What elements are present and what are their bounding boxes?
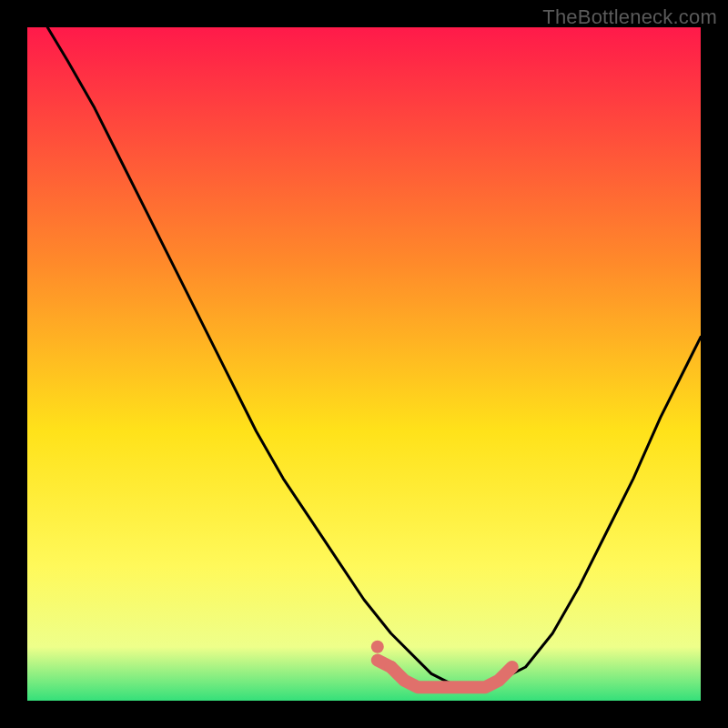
marker-dot-1 [385,661,398,673]
curve-layer [27,27,701,701]
watermark-text: TheBottleneck.com [542,5,717,29]
marker-dot-0 [371,641,384,653]
bottleneck-curve [47,27,701,687]
chart-stage: TheBottleneck.com [0,0,728,728]
plot-area [27,27,701,701]
curve-path [47,27,701,687]
marker-path [378,661,512,688]
